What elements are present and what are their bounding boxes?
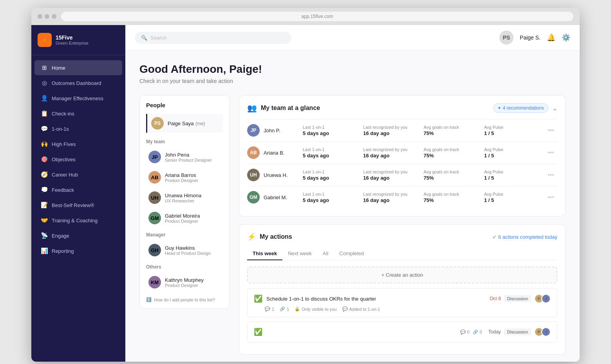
people-panel-title: People <box>146 102 223 108</box>
search-icon: 🔍 <box>141 35 147 41</box>
top-bar: 🔍 Search PS Paige S. 🔔 ⚙️ <box>125 25 580 50</box>
person-role: Product Designer <box>165 219 200 223</box>
stat-avg-pulse: Avg Pulse 1 / 5 <box>484 125 540 136</box>
more-options-button[interactable]: ••• <box>544 125 557 135</box>
sidebar-label-reporting: Reporting <box>52 248 74 254</box>
main-content: 🔍 Search PS Paige S. 🔔 ⚙️ Good Afternoon… <box>125 25 580 362</box>
sidebar-label-feedback: Feedback <box>52 187 74 193</box>
team-glance-panel: 👥 My team at a glance ✦ 4 recommendation… <box>239 95 566 216</box>
stat-avg-pulse: Avg Pulse 1 / 5 <box>484 169 540 181</box>
address-bar[interactable]: app.15five.com <box>61 12 573 21</box>
actions-title-row: ⚡ My actions <box>247 232 292 241</box>
list-item[interactable]: KM Kathryn Murphey Product Designer <box>146 273 223 292</box>
highfives-icon: 🙌 <box>41 141 48 148</box>
sidebar-item-careerhub[interactable]: 🧭 Career Hub <box>34 167 122 182</box>
sm-avatar: J <box>541 327 551 337</box>
tab-all[interactable]: All <box>317 247 334 260</box>
browser-window: app.15five.com 🔸 15Five Green Enterprise… <box>31 8 580 362</box>
stat-last-recognized: Last recognized by you 16 day ago <box>363 125 419 136</box>
header-right: ✦ 4 recommendations ⌄ <box>493 103 557 113</box>
content-grid: People PS Paige Saya (me) My team <box>139 95 566 355</box>
person-avatar: GM <box>148 212 161 224</box>
person-avatar: AB <box>148 171 161 184</box>
lock-icon: 🔒 <box>295 306 300 312</box>
stat-label: Avg Pulse <box>484 147 540 152</box>
help-text[interactable]: ℹ️ How do I add people to this list? <box>146 297 223 302</box>
meta-comments-2: 💬 0 <box>460 330 470 335</box>
search-placeholder: Search <box>150 35 166 41</box>
person-role: Senior Product Designer <box>165 158 212 162</box>
current-user-info: Paige Saya (me) <box>168 120 205 127</box>
sidebar-item-checkins[interactable]: 📋 Check-ins <box>34 106 122 121</box>
sidebar-item-highfives[interactable]: 🙌 High Fives <box>34 137 122 151</box>
sidebar-item-outcomes[interactable]: ◎ Outcomes Dashboard <box>34 76 122 90</box>
outcomes-icon: ◎ <box>41 79 48 86</box>
tab-completed[interactable]: Completed <box>334 247 369 260</box>
sidebar-item-manager[interactable]: 👤 Manager Effectiveness <box>34 91 122 106</box>
notifications-icon[interactable]: 🔔 <box>547 33 555 42</box>
tab-this-week[interactable]: This week <box>247 247 282 260</box>
person-avatar: UH <box>148 191 161 204</box>
company-name: 15Five <box>56 34 89 41</box>
feedback-icon: 💭 <box>41 186 48 193</box>
search-bar[interactable]: 🔍 Search <box>135 32 291 44</box>
help-text-label: How do I add people to this list? <box>154 297 215 302</box>
sidebar-item-home[interactable]: ⊞ Home <box>34 60 122 75</box>
stat-value: 16 day ago <box>363 153 419 159</box>
sidebar-item-reporting[interactable]: 📊 Reporting <box>34 243 122 258</box>
sidebar-item-feedback[interactable]: 💭 Feedback <box>34 182 122 197</box>
stat-value: 5 days ago <box>303 175 358 181</box>
sidebar-item-objectives[interactable]: 🎯 Objectives <box>34 152 122 167</box>
stat-label: Avg goals on track <box>424 192 479 196</box>
sidebar-item-engage[interactable]: 📡 Engage <box>34 228 122 243</box>
stat-last-1on1: Last 1-on-1 5 days ago <box>303 169 358 181</box>
person-role: UX Researcher <box>165 198 201 203</box>
right-panel: 👥 My team at a glance ✦ 4 recommendation… <box>239 95 566 355</box>
sidebar-nav: ⊞ Home ◎ Outcomes Dashboard 👤 Manager Ef… <box>31 55 125 362</box>
tab-next-week[interactable]: Next week <box>282 247 317 260</box>
link-count-2: 0 <box>480 330 482 334</box>
added-to-text: Added to 1-on-1 <box>349 307 380 312</box>
sidebar-label-1on1s: 1-on-1s <box>52 126 69 132</box>
more-options-button[interactable]: ••• <box>544 192 557 202</box>
more-options-button[interactable]: ••• <box>544 148 557 158</box>
stat-label: Avg goals on track <box>424 147 479 152</box>
recommendations-badge[interactable]: ✦ 4 recommendations <box>493 103 548 113</box>
person-role: Product Designer <box>165 178 198 183</box>
team-table: JP John P. Last 1-on-1 5 days ago Last r… <box>247 119 557 208</box>
sidebar-label-manager: Manager Effectiveness <box>52 96 103 101</box>
action-date: Oct 8 <box>490 296 501 301</box>
sidebar-item-training[interactable]: 🤝 Training & Coaching <box>34 213 122 228</box>
sparkle-icon: ✦ <box>497 105 501 111</box>
action-tags: 💬 0 🔗 0 Today <box>460 327 551 337</box>
settings-icon[interactable]: ⚙️ <box>562 33 570 42</box>
list-item[interactable]: JP John Pena Senior Product Designer <box>146 148 223 166</box>
manager-label: Manager <box>146 232 223 238</box>
list-item[interactable]: AB Ariana Barros Product Designer <box>146 168 223 187</box>
home-icon: ⊞ <box>41 64 48 71</box>
sidebar-label-training: Training & Coaching <box>52 218 98 223</box>
member-info: AB Ariana B. <box>247 146 298 159</box>
person-name: Guy Hawkins <box>165 245 211 251</box>
member-info: GM Gabriel M. <box>247 191 298 204</box>
current-user-badge: (me) <box>195 121 205 126</box>
list-item[interactable]: GH Guy Hawkins Head of Product Design <box>146 241 223 259</box>
stat-value: 1 / 5 <box>484 197 540 203</box>
app-container: 🔸 15Five Green Enterprise ⊞ Home ◎ Outco… <box>31 25 580 362</box>
sidebar-item-1on1s[interactable]: 💬 1-on-1s <box>34 121 122 136</box>
create-action-button[interactable]: + Create an action <box>247 267 557 283</box>
list-item[interactable]: GM Gabriel Moreira Product Designer <box>146 209 223 227</box>
sidebar-label-highfives: High Fives <box>52 141 76 147</box>
action-text: Schedule 1-on-1 to discuss OKRs for the … <box>266 296 486 302</box>
sidebar-item-bestself[interactable]: 📝 Best-Self Review® <box>34 198 122 213</box>
1on1s-icon: 💬 <box>41 125 48 132</box>
list-item[interactable]: UH Uruewa Himona UX Researcher <box>146 188 223 207</box>
stat-label: Avg Pulse <box>484 192 540 196</box>
collapse-button[interactable]: ⌄ <box>552 105 557 112</box>
meta-visibility: 🔒 Only visible to you <box>295 306 336 312</box>
current-user-row[interactable]: PS Paige Saya (me) <box>146 114 223 133</box>
stat-value: 1 / 5 <box>484 175 540 181</box>
stat-value: 75% <box>424 197 479 203</box>
more-options-button[interactable]: ••• <box>544 170 557 180</box>
member-name: Gabriel M. <box>264 195 287 200</box>
